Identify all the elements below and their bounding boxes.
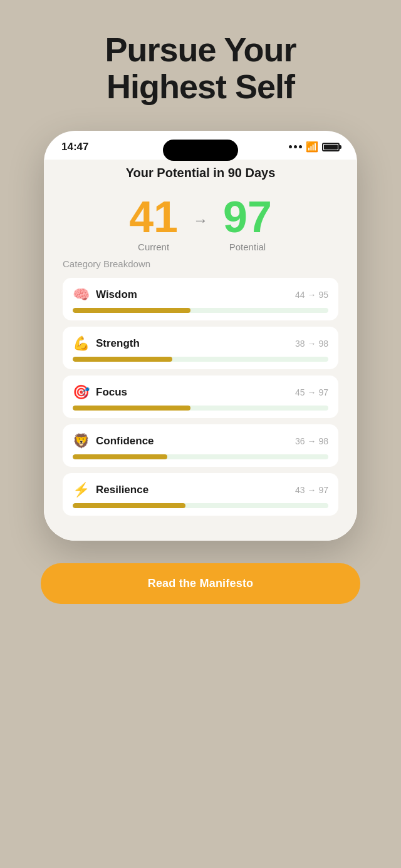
progress-bar-fill-4 bbox=[73, 503, 185, 508]
category-scores-1: 38 → 98 bbox=[295, 339, 328, 349]
progress-bar-fill-2 bbox=[73, 406, 190, 411]
page-headline: Pursue Your Highest Self bbox=[105, 31, 296, 106]
current-label: Current bbox=[129, 242, 178, 252]
category-emoji-0: 🧠 bbox=[73, 287, 90, 303]
progress-bar-container-4 bbox=[73, 503, 328, 508]
dynamic-island bbox=[163, 140, 238, 161]
category-name-row-4: ⚡ Resilience bbox=[73, 482, 148, 498]
status-time: 14:47 bbox=[61, 141, 88, 153]
category-breakdown-label: Category Breakdown bbox=[63, 258, 338, 269]
phone-content: Your Potential in 90 Days 41 Current → 9… bbox=[44, 160, 357, 541]
category-item: 🧠 Wisdom 44 → 95 bbox=[63, 278, 338, 320]
scores-row: 41 Current → 97 Potential bbox=[63, 195, 338, 252]
category-emoji-2: 🎯 bbox=[73, 384, 90, 401]
signal-icon bbox=[289, 145, 302, 148]
status-icons: 📶 bbox=[289, 141, 340, 153]
category-header-1: 💪 Strength 38 → 98 bbox=[73, 335, 328, 352]
category-name-row-0: 🧠 Wisdom bbox=[73, 287, 137, 303]
potential-score: 97 bbox=[223, 195, 272, 239]
progress-bar-container-1 bbox=[73, 357, 328, 362]
potential-label: Potential bbox=[223, 242, 272, 252]
potential-score-block: 97 Potential bbox=[223, 195, 272, 252]
category-scores-2: 45 → 97 bbox=[295, 387, 328, 397]
progress-bar-container-0 bbox=[73, 308, 328, 313]
status-bar: 14:47 📶 bbox=[44, 131, 357, 160]
category-name-2: Focus bbox=[96, 386, 127, 399]
category-item: ⚡ Resilience 43 → 97 bbox=[63, 473, 338, 516]
battery-icon bbox=[322, 143, 340, 151]
category-scores-0: 44 → 95 bbox=[295, 290, 328, 300]
progress-bar-container-3 bbox=[73, 454, 328, 459]
category-header-4: ⚡ Resilience 43 → 97 bbox=[73, 482, 328, 498]
category-header-0: 🧠 Wisdom 44 → 95 bbox=[73, 287, 328, 303]
category-name-row-3: 🦁 Confidence bbox=[73, 433, 154, 449]
category-name-3: Confidence bbox=[96, 435, 154, 447]
category-scores-4: 43 → 97 bbox=[295, 485, 328, 495]
category-list: 🧠 Wisdom 44 → 95 💪 Strength 38 → 98 bbox=[63, 278, 338, 516]
current-score: 41 bbox=[129, 195, 178, 239]
category-item: 🎯 Focus 45 → 97 bbox=[63, 375, 338, 418]
category-name-row-1: 💪 Strength bbox=[73, 335, 140, 352]
category-emoji-3: 🦁 bbox=[73, 433, 90, 449]
page-wrapper: Pursue Your Highest Self 14:47 📶 Your P bbox=[0, 0, 401, 868]
category-emoji-4: ⚡ bbox=[73, 482, 90, 498]
category-emoji-1: 💪 bbox=[73, 335, 90, 352]
progress-bar-fill-1 bbox=[73, 357, 172, 362]
category-name-1: Strength bbox=[96, 337, 140, 350]
category-header-3: 🦁 Confidence 36 → 98 bbox=[73, 433, 328, 449]
progress-bar-fill-3 bbox=[73, 454, 167, 459]
category-item: 🦁 Confidence 36 → 98 bbox=[63, 424, 338, 467]
current-score-block: 41 Current bbox=[129, 195, 178, 252]
category-scores-3: 36 → 98 bbox=[295, 436, 328, 446]
section-title: Your Potential in 90 Days bbox=[63, 166, 338, 180]
category-name-4: Resilience bbox=[96, 484, 148, 496]
category-header-2: 🎯 Focus 45 → 97 bbox=[73, 384, 328, 401]
category-name-row-2: 🎯 Focus bbox=[73, 384, 127, 401]
manifesto-button[interactable]: Read the Manifesto bbox=[41, 563, 360, 604]
phone-frame: 14:47 📶 Your Potential in 90 Days 41 bbox=[44, 131, 357, 541]
progress-bar-fill-0 bbox=[73, 308, 190, 313]
wifi-icon: 📶 bbox=[306, 141, 318, 153]
category-item: 💪 Strength 38 → 98 bbox=[63, 327, 338, 369]
arrow-separator: → bbox=[193, 212, 208, 229]
progress-bar-container-2 bbox=[73, 406, 328, 411]
category-name-0: Wisdom bbox=[96, 288, 137, 301]
